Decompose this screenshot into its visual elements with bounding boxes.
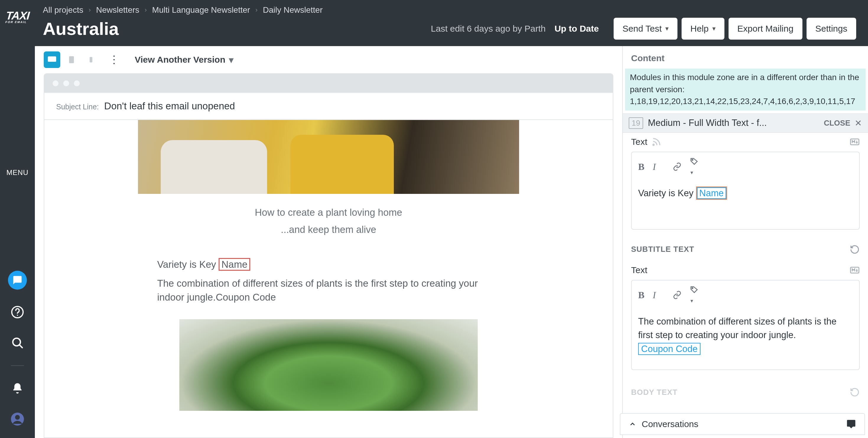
page-title: Australia (43, 19, 119, 39)
tablet-view-button[interactable] (63, 52, 80, 68)
kebab-menu-icon[interactable]: ⋮ (106, 54, 122, 66)
conversations-label: Conversations (642, 419, 699, 429)
link-button[interactable] (673, 291, 682, 299)
menu-label[interactable]: MENU (6, 169, 29, 177)
reset-icon[interactable] (850, 244, 860, 255)
svg-point-10 (692, 159, 693, 160)
subject-label: Subject Line: (56, 103, 99, 111)
name-pill[interactable]: Name (696, 186, 727, 200)
module-number-badge: 19 (629, 117, 643, 129)
email-body[interactable]: How to create a plant loving home ...and… (44, 120, 613, 437)
settings-button[interactable]: Settings (807, 18, 856, 39)
tag-button[interactable]: ▾ (690, 285, 699, 305)
desktop-view-button[interactable] (44, 52, 60, 68)
variety-line: Variety is Key Name (157, 259, 500, 270)
svg-rect-7 (90, 57, 92, 62)
bell-icon[interactable] (9, 380, 26, 397)
speech-icon (846, 419, 856, 429)
help-icon[interactable] (9, 304, 26, 320)
breadcrumb: All projects› Newsletters› Multi Languag… (43, 5, 856, 15)
bold-button[interactable]: B (638, 290, 644, 300)
link-button[interactable] (673, 162, 682, 171)
svg-point-4 (15, 415, 20, 420)
breadcrumb-item[interactable]: Multi Language Newsletter (152, 5, 250, 15)
module-title: Medium - Full Width Text - f... (648, 118, 767, 128)
subtitle-editor[interactable]: B I ▾ The combination of different sizes… (631, 280, 860, 370)
mobile-view-button[interactable] (83, 52, 99, 68)
chevron-up-icon (629, 420, 637, 428)
text-label: Text (631, 137, 647, 147)
italic-button[interactable]: I (653, 290, 656, 300)
breadcrumb-item[interactable]: Newsletters (96, 5, 139, 15)
canvas-toolbar: ⋮ View Another Version▾ (35, 46, 622, 73)
name-placeholder-tag: Name (219, 258, 250, 271)
svg-point-12 (692, 288, 693, 288)
subtitle-text-label: SUBTITLE TEXT (631, 245, 694, 254)
coupon-code-pill[interactable]: Coupon Code (638, 343, 701, 355)
email-subheading: ...and keep them alive (281, 224, 376, 235)
italic-button[interactable]: I (653, 162, 656, 172)
text-label-2: Text (631, 265, 647, 275)
module-header: 19 Medium - Full Width Text - f... CLOSE (623, 114, 868, 133)
markdown-icon[interactable] (850, 137, 860, 147)
bold-button[interactable]: B (638, 162, 644, 172)
view-another-version-dropdown[interactable]: View Another Version▾ (135, 55, 234, 65)
svg-rect-6 (69, 56, 74, 63)
last-edit: Last edit 6 days ago by Parth (431, 24, 546, 34)
rss-icon (651, 137, 661, 147)
breadcrumb-item[interactable]: Daily Newsletter (263, 5, 322, 15)
svg-point-8 (653, 144, 654, 145)
email-body-text: The combination of different sizes of pl… (157, 276, 500, 304)
svg-point-1 (17, 315, 18, 316)
plant-image (179, 319, 478, 411)
chat-icon[interactable] (8, 271, 27, 290)
search-icon[interactable] (9, 334, 26, 351)
conversations-bar[interactable]: Conversations (620, 413, 865, 435)
breadcrumb-item[interactable]: All projects (43, 5, 83, 15)
rail-divider (11, 365, 24, 366)
reset-icon[interactable] (850, 387, 860, 397)
tag-button[interactable]: ▾ (690, 157, 699, 177)
preview-chrome (44, 74, 613, 93)
svg-rect-5 (48, 56, 56, 62)
left-rail: TAXIFOR EMAIL MENU (0, 0, 35, 438)
email-preview: Subject Line: Don't leaf this email unop… (44, 73, 613, 438)
markdown-icon[interactable] (850, 265, 860, 275)
status-badge: Up to Date (555, 24, 599, 34)
user-icon[interactable] (9, 411, 26, 427)
module-order-alert: Modules in this module zone are in a dif… (625, 68, 866, 111)
hero-image (138, 120, 519, 194)
canvas: ⋮ View Another Version▾ Subject Line: Do… (35, 46, 623, 438)
send-test-button[interactable]: Send Test▾ (614, 18, 677, 39)
export-mailing-button[interactable]: Export Mailing (728, 18, 802, 39)
subject-row: Subject Line: Don't leaf this email unop… (44, 93, 613, 120)
email-heading: How to create a plant loving home (255, 207, 402, 218)
subtitle-editor-content[interactable]: The combination of different sizes of pl… (632, 310, 859, 370)
subject-text: Don't leaf this email unopened (104, 100, 235, 112)
tab-content[interactable]: Content (623, 46, 868, 68)
logo: TAXIFOR EMAIL (4, 6, 30, 32)
close-module-button[interactable]: CLOSE (824, 118, 862, 128)
body-text-label: BODY TEXT (631, 388, 677, 397)
title-editor[interactable]: B I ▾ Variety is Key Name (631, 152, 860, 230)
header: All projects› Newsletters› Multi Languag… (0, 0, 868, 46)
help-button[interactable]: Help▾ (682, 18, 724, 39)
title-editor-content[interactable]: Variety is Key Name (632, 182, 859, 229)
inspector-panel: Content Modules in this module zone are … (623, 46, 868, 438)
